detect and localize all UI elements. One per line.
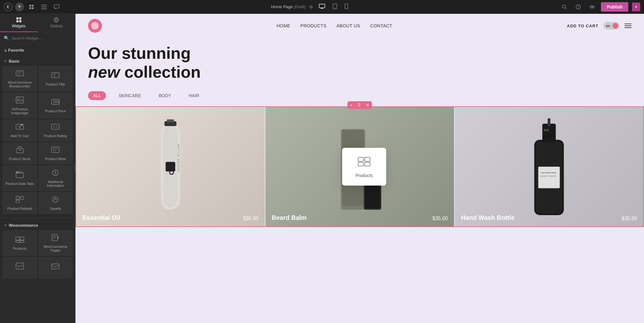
widget-product-price[interactable]: 360° Product Price [38,93,73,118]
add-element-button[interactable]: + [15,3,24,11]
hamburger-menu[interactable] [625,24,631,28]
widget-label: Products [13,247,26,250]
widget-improduct-imagesage[interactable]: ImProduct Imagesage [3,93,37,118]
product-stock-icon [15,146,24,155]
desktop-device-button[interactable] [317,3,327,11]
toolbar-move-button[interactable]: ⠿ [355,101,363,109]
svg-rect-58 [167,119,174,122]
tab-widgets[interactable]: Widgets [0,14,38,32]
toolbar-close-button[interactable]: ✕ [363,101,372,109]
section-arrow: ▼ [4,224,7,227]
svg-rect-1 [32,5,34,7]
widget-woocommerce-pages[interactable]: WooCommerce Pages [38,230,73,256]
nav-right: ADD TO CART en [567,22,631,30]
widget-additional-information[interactable]: Additional Information [38,165,73,191]
lang-toggle[interactable]: en [603,22,619,30]
widget-product-title[interactable]: T Product Title [38,66,73,92]
website-canvas: HOME PRODUCTS ABOUT US CONTACT ADD TO CA… [75,14,644,323]
widget-add-to-cart[interactable]: + Add To Cart [3,120,37,141]
widget-woo-extra2[interactable] [38,257,73,278]
widget-label: Product Related [7,207,32,210]
filter-skincare[interactable]: SKINCARE [114,91,146,100]
layers-button[interactable] [39,2,49,12]
product-card-content: Hand Wash Bottle MOCKUP TEMPLATE [455,107,643,226]
widget-label: Upsells [50,207,61,210]
canvas-area: HOME PRODUCTS ABOUT US CONTACT ADD TO CA… [75,14,644,323]
filter-all[interactable]: ALL [88,91,106,100]
nav-products[interactable]: PRODUCTS [300,23,326,28]
widget-product-meta[interactable]: Product Meta [38,142,73,164]
svg-rect-77 [544,129,549,131]
svg-rect-70 [365,157,370,161]
svg-text:BOTTLE MOCKUP: BOTTLE MOCKUP [177,145,180,172]
svg-rect-46 [20,237,24,240]
section-woocommerce[interactable]: ▼ Woocommerce [0,219,75,230]
widget-label: WooCommerce Breadcrumbs [5,81,35,88]
svg-rect-32 [52,124,59,129]
svg-point-44 [55,198,56,199]
add-to-cart-link[interactable]: ADD TO CART [567,24,598,28]
help-button[interactable]: ? [573,2,583,12]
widget-woo-extra1[interactable] [3,257,37,278]
tab-globals[interactable]: Globals [38,14,75,32]
section-basic[interactable]: ▼ Basic [0,55,75,66]
product-data-tabs-icon [15,171,24,180]
additional-info-icon [51,169,60,178]
elementor-logo[interactable]: E [4,3,13,11]
svg-rect-5 [41,7,47,7]
svg-rect-18 [19,17,21,19]
svg-rect-6 [41,8,47,9]
widget-product-data-tabs[interactable]: Product Data Tabs [3,165,37,191]
filter-body[interactable]: BODY [154,91,176,100]
svg-rect-50 [16,263,24,269]
product-card-beard-balm[interactable]: mock up Plastic Bottle MOCKUP TEMPLATE m… [265,107,454,226]
widget-products[interactable]: Products [3,230,37,256]
nav-contact[interactable]: CONTACT [370,23,392,28]
comments-button[interactable] [52,2,62,12]
widget-label: ImProduct Imagesage [5,107,35,115]
sidebar: Widgets Globals 🔍 ▶ Favorite ▼ Basic [0,14,75,323]
lang-label: en [605,24,611,28]
product-image-bottle: Hand Wash Bottle MOCKUP TEMPLATE [483,113,615,220]
widget-product-related[interactable]: Product Related [3,192,37,214]
publish-arrow-button[interactable]: ▾ [632,3,640,11]
nav-about[interactable]: ABOUT US [336,23,360,28]
product-card-essential-oil[interactable]: OIL BOTTLE MOCKUP Essential Oil $35.00 [76,107,265,226]
svg-rect-33 [16,148,23,153]
svg-text:Hand Wash Bottle: Hand Wash Bottle [541,172,556,174]
product-card-hand-wash[interactable]: Hand Wash Bottle MOCKUP TEMPLATE Hand Wa… [455,107,643,226]
nav-links: HOME PRODUCTS ABOUT US CONTACT [276,23,392,28]
page-title: Logo Home Page (Draft) [271,4,305,9]
section-arrow: ▶ [3,49,7,52]
topbar-center: Logo Home Page (Draft) ⚙ [271,2,350,12]
product-price: $35.00 [622,216,637,221]
svg-rect-2 [29,7,31,9]
section-favorite[interactable]: ▶ Favorite [0,44,75,55]
filter-hair[interactable]: HAIR [184,91,204,100]
floating-widget[interactable]: Products [342,148,386,186]
toolbar-add-button[interactable]: + [347,101,355,109]
publish-button[interactable]: Publish [601,2,628,12]
svg-rect-42 [16,200,19,203]
preview-button[interactable] [587,2,597,12]
nav-home[interactable]: HOME [276,23,290,28]
tablet-device-button[interactable] [331,2,339,12]
search-button[interactable] [559,2,569,12]
search-input[interactable] [12,36,71,41]
svg-rect-37 [16,171,19,173]
widget-upsells[interactable]: Upsells [38,192,73,214]
widget-label: Product Data Tabs [6,182,34,186]
mobile-device-button[interactable] [343,2,350,12]
structure-button[interactable] [26,2,36,12]
svg-rect-47 [16,241,19,242]
add-to-cart-icon: + [15,123,24,132]
widget-product-rating[interactable]: Product Rating [38,120,73,141]
page-settings-icon[interactable]: ⚙ [309,4,313,9]
product-rating-icon [51,123,60,132]
widget-woocommerce-breadcrumbs[interactable]: WooCommerce Breadcrumbs [3,66,37,92]
site-logo [88,19,102,33]
section-separator [0,218,75,218]
widget-product-stock[interactable]: Product Stock [3,142,37,164]
hero-title: Our stunning new collection [88,44,245,82]
floating-widget-icon [358,155,370,169]
